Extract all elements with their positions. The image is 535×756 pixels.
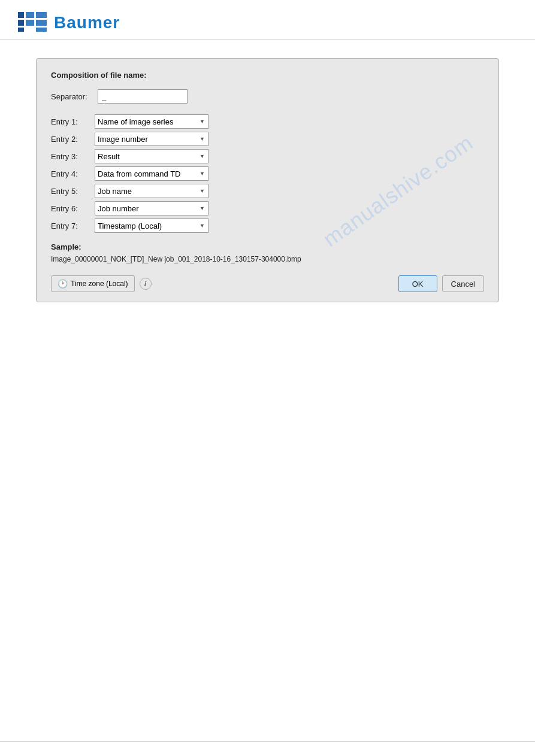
entries-section: Entry 1: Name of image series Image numb… xyxy=(51,114,484,233)
cancel-button[interactable]: Cancel xyxy=(442,275,484,292)
svg-rect-3 xyxy=(26,12,34,18)
svg-rect-5 xyxy=(36,12,47,18)
entry-label-2: Entry 2: xyxy=(51,135,90,144)
clock-icon: 🕐 xyxy=(58,279,68,289)
entry-select-wrapper-5[interactable]: Name of image series Image number Result… xyxy=(95,184,208,198)
entry-select-1[interactable]: Name of image series Image number Result… xyxy=(95,114,208,129)
entry-label-1: Entry 1: xyxy=(51,117,90,126)
entry-row-3: Entry 3: Name of image series Image numb… xyxy=(51,149,484,163)
dialog-footer: 🕐 Time zone (Local) i OK Cancel xyxy=(51,275,484,292)
entry-select-wrapper-7[interactable]: Name of image series Image number Result… xyxy=(95,218,208,233)
entry-select-wrapper-1[interactable]: Name of image series Image number Result… xyxy=(95,114,208,129)
entry-select-wrapper-6[interactable]: Name of image series Image number Result… xyxy=(95,201,208,215)
info-button[interactable]: i xyxy=(140,278,152,290)
timezone-button[interactable]: 🕐 Time zone (Local) xyxy=(51,275,135,292)
sample-text: Image_00000001_NOK_[TD]_New job_001_2018… xyxy=(51,255,484,263)
entry-label-4: Entry 4: xyxy=(51,169,90,178)
separator-label: Separator: xyxy=(51,92,93,101)
svg-rect-7 xyxy=(36,28,47,32)
baumer-logo-icon xyxy=(18,12,47,34)
svg-rect-2 xyxy=(18,28,24,32)
entry-select-6[interactable]: Name of image series Image number Result… xyxy=(95,201,208,215)
entry-row-1: Entry 1: Name of image series Image numb… xyxy=(51,114,484,129)
entry-label-5: Entry 5: xyxy=(51,187,90,196)
entry-row-5: Entry 5: Name of image series Image numb… xyxy=(51,184,484,198)
entry-select-2[interactable]: Name of image series Image number Result… xyxy=(95,132,208,146)
svg-rect-0 xyxy=(18,12,24,18)
svg-rect-1 xyxy=(18,20,24,26)
sample-label: Sample: xyxy=(51,242,484,251)
svg-rect-6 xyxy=(36,20,47,26)
entry-select-5[interactable]: Name of image series Image number Result… xyxy=(95,184,208,198)
entry-select-wrapper-3[interactable]: Name of image series Image number Result… xyxy=(95,149,208,163)
entry-row-7: Entry 7: Name of image series Image numb… xyxy=(51,218,484,233)
header: Baumer xyxy=(0,0,535,40)
entry-row-2: Entry 2: Name of image series Image numb… xyxy=(51,132,484,146)
ok-button[interactable]: OK xyxy=(398,275,437,292)
separator-input[interactable] xyxy=(98,89,188,104)
separator-row: Separator: xyxy=(51,89,484,104)
info-icon: i xyxy=(144,280,146,287)
entry-label-6: Entry 6: xyxy=(51,204,90,213)
dialog: Composition of file name: Separator: Ent… xyxy=(36,58,499,302)
entry-label-3: Entry 3: xyxy=(51,152,90,161)
entry-row-4: Entry 4: Name of image series Image numb… xyxy=(51,166,484,181)
sample-section: Sample: Image_00000001_NOK_[TD]_New job_… xyxy=(51,242,484,263)
entry-select-wrapper-2[interactable]: Name of image series Image number Result… xyxy=(95,132,208,146)
entry-select-wrapper-4[interactable]: Name of image series Image number Result… xyxy=(95,166,208,181)
dialog-title: Composition of file name: xyxy=(51,71,484,80)
logo-text: Baumer xyxy=(54,13,120,32)
entry-select-4[interactable]: Name of image series Image number Result… xyxy=(95,166,208,181)
entry-row-6: Entry 6: Name of image series Image numb… xyxy=(51,201,484,215)
entry-select-7[interactable]: Name of image series Image number Result… xyxy=(95,218,208,233)
svg-rect-4 xyxy=(26,20,34,26)
bottom-rule xyxy=(0,741,535,742)
entry-label-7: Entry 7: xyxy=(51,221,90,230)
entry-select-3[interactable]: Name of image series Image number Result… xyxy=(95,149,208,163)
timezone-btn-label: Time zone (Local) xyxy=(71,280,128,288)
